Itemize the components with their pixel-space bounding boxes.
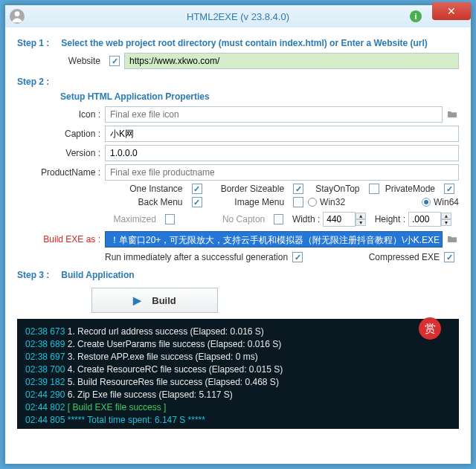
caption-label: Caption : (17, 129, 105, 139)
win64-label: Win64 (434, 197, 459, 207)
dimensions-row: Maximized No Capton Width : ▲▼ Height : … (105, 212, 459, 227)
private-mode-label: PrivateMode (384, 184, 440, 194)
build-as-browse-icon[interactable] (446, 233, 459, 245)
width-down-icon[interactable]: ▼ (356, 219, 366, 226)
run-immediately-checkbox[interactable] (292, 252, 303, 262)
caption-input[interactable] (105, 126, 459, 142)
close-button[interactable]: ✕ (432, 2, 471, 20)
back-menu-label: Back Menu (105, 197, 187, 207)
website-checkbox[interactable] (109, 56, 120, 66)
private-mode-checkbox[interactable] (444, 184, 454, 194)
height-label: Height : (373, 214, 408, 224)
version-label: Version : (17, 148, 105, 158)
build-button[interactable]: ▶ Build (91, 288, 218, 313)
content-area: Step 1 : Select the web project root dir… (5, 28, 471, 435)
reward-button[interactable]: 赏 (419, 317, 441, 340)
win32-label: Win32 (320, 197, 345, 207)
win64-radio[interactable] (422, 198, 431, 207)
icon-input[interactable] (105, 106, 443, 123)
icon-browse-icon[interactable] (446, 109, 459, 120)
options-row-2: Back Menu Image Menu Win32 Win64 (105, 197, 459, 207)
step1-desc: Select the web project root directory (m… (61, 38, 428, 48)
avatar-icon (10, 9, 25, 24)
compressed-exe-label: Compressed EXE (369, 252, 440, 262)
one-instance-label: One Instance (105, 184, 187, 194)
console-output: 02:38 673 1. Record url address success … (17, 319, 459, 429)
titlebar: HTML2EXE (v 23.8.4.0) i ✕ (5, 5, 471, 28)
step2-subtitle: Setup HTML Application Properties (60, 91, 459, 102)
step3-label: Step 3 : (17, 270, 59, 280)
version-input[interactable] (105, 145, 459, 161)
step3-desc: Build Application (61, 270, 134, 280)
svg-point-0 (15, 11, 20, 16)
height-up-icon[interactable]: ▲ (441, 213, 451, 219)
border-sizeable-label: Border Sizeable (207, 184, 289, 194)
website-label: Website (17, 56, 105, 66)
step1-label: Step 1 : (17, 38, 59, 48)
win32-radio[interactable] (308, 198, 317, 207)
stay-on-top-label: StayOnTop (308, 184, 364, 194)
compressed-exe-checkbox[interactable] (444, 252, 454, 262)
width-up-icon[interactable]: ▲ (356, 213, 366, 219)
post-build-row: Run immediately after a successful gener… (105, 252, 459, 262)
build-as-input[interactable]: ！单窗口20+，可无限放大，支持云手机和模拟器（附无限注册抖音教程）\小K.EX… (105, 231, 443, 248)
build-button-label: Build (152, 295, 176, 306)
app-window: HTML2EXE (v 23.8.4.0) i ✕ Step 1 : Selec… (4, 4, 472, 465)
options-row-1: One Instance Border Sizeable StayOnTop P… (105, 184, 459, 194)
image-menu-label: Image Menu (207, 197, 289, 207)
width-input[interactable] (323, 212, 356, 227)
product-label: ProductName : (17, 167, 105, 178)
run-immediately-label: Run immediately after a successful gener… (105, 252, 288, 262)
no-caption-checkbox[interactable] (274, 214, 283, 224)
website-input[interactable] (124, 53, 459, 69)
no-caption-label: No Capton (179, 214, 269, 224)
height-input[interactable] (408, 212, 441, 227)
icon-label: Icon : (17, 109, 105, 120)
one-instance-checkbox[interactable] (192, 184, 202, 194)
height-down-icon[interactable]: ▼ (441, 219, 451, 226)
product-input[interactable] (105, 164, 459, 181)
image-menu-checkbox[interactable] (293, 197, 303, 207)
width-label: Width : (288, 214, 323, 224)
maximized-label: Maximized (105, 214, 161, 224)
maximized-checkbox[interactable] (165, 214, 175, 224)
step3-header: Step 3 : Build Application (17, 270, 459, 280)
window-title: HTML2EXE (v 23.8.4.0) (187, 11, 289, 22)
info-icon[interactable]: i (410, 10, 422, 22)
stay-on-top-checkbox[interactable] (369, 184, 379, 194)
build-as-label: Build EXE as : (17, 234, 105, 245)
step2-header: Step 2 : (17, 77, 459, 87)
back-menu-checkbox[interactable] (192, 197, 202, 207)
step1-header: Step 1 : Select the web project root dir… (17, 38, 459, 48)
border-sizeable-checkbox[interactable] (293, 184, 303, 194)
step2-label: Step 2 : (17, 77, 59, 87)
play-icon: ▶ (133, 294, 141, 306)
